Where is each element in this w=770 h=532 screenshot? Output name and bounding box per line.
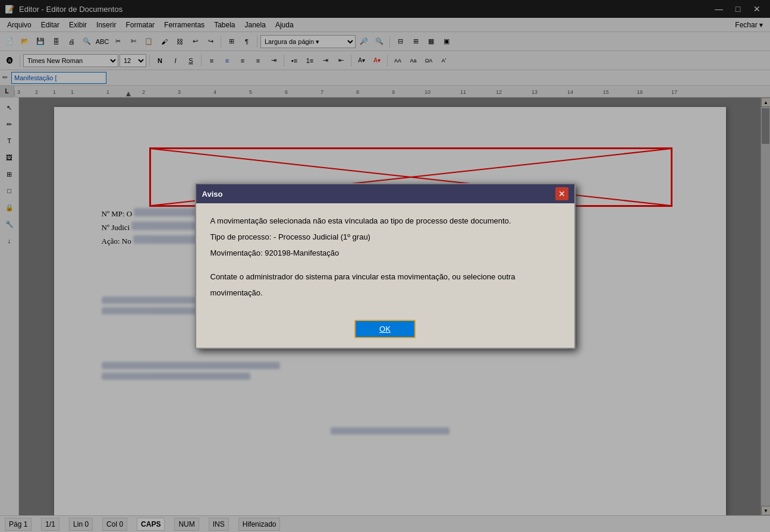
modal-overlay: Aviso ✕ A movimentação selecionada não e… [0, 0, 770, 532]
modal-msg-6: movimentação. [210, 287, 560, 300]
modal-dialog: Aviso ✕ A movimentação selecionada não e… [195, 183, 576, 349]
modal-body: A movimentação selecionada não esta vínc… [196, 203, 574, 313]
modal-msg-1: A movimentação selecionada não esta vínc… [210, 215, 560, 228]
modal-title: Aviso [202, 190, 223, 199]
modal-msg-3: Movimentação: 920198-Manifestação [210, 247, 560, 260]
ok-button[interactable]: OK [354, 320, 416, 338]
modal-msg-2: Tipo de processo: - Processo Judicial (1… [210, 231, 560, 244]
modal-titlebar: Aviso ✕ [196, 184, 574, 203]
modal-msg-5: Contate o administrador do sistema para … [210, 271, 560, 284]
modal-close-button[interactable]: ✕ [555, 187, 568, 200]
modal-footer: OK [196, 313, 574, 348]
